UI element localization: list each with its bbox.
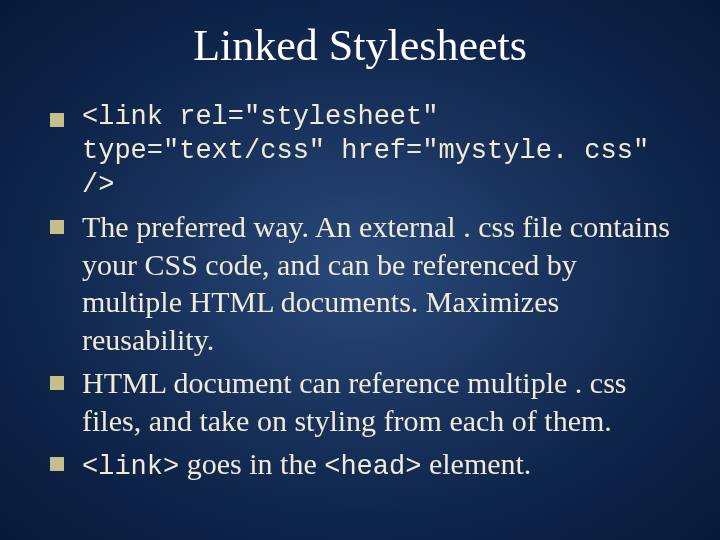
bullet-icon: [50, 457, 64, 471]
slide-title: Linked Stylesheets: [40, 20, 680, 71]
slide: Linked Stylesheets <link rel="stylesheet…: [0, 0, 720, 540]
code-span: <link>: [82, 452, 179, 482]
code-span: <head>: [324, 452, 421, 482]
list-item: The preferred way. An external . css fil…: [50, 208, 680, 358]
text-span: element.: [421, 447, 531, 480]
bullet-icon: [50, 113, 64, 127]
bullet-text: The preferred way. An external . css fil…: [82, 208, 680, 358]
bullet-text: <link rel="stylesheet" type="text/css" h…: [82, 101, 680, 202]
list-item: <link> goes in the <head> element.: [50, 445, 680, 485]
bullet-list: <link rel="stylesheet" type="text/css" h…: [40, 101, 680, 485]
bullet-text: HTML document can reference multiple . c…: [82, 364, 680, 439]
list-item: <link rel="stylesheet" type="text/css" h…: [50, 101, 680, 202]
bullet-text: <link> goes in the <head> element.: [82, 445, 680, 485]
list-item: HTML document can reference multiple . c…: [50, 364, 680, 439]
bullet-icon: [50, 376, 64, 390]
text-span: goes in the: [179, 447, 324, 480]
bullet-icon: [50, 220, 64, 234]
